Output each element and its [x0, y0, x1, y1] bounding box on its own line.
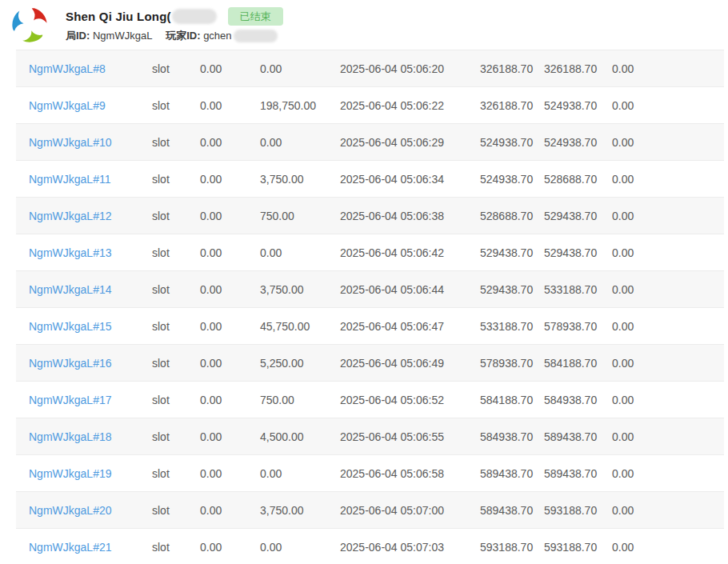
cell-game-type: slot: [152, 357, 200, 370]
cell-balance-after: 578938.70: [544, 320, 612, 333]
round-id-link[interactable]: NgmWJkgaL#21: [29, 541, 112, 554]
round-id-value: NgmWJkgaL: [93, 30, 152, 42]
cell-balance-after: 528688.70: [544, 173, 612, 186]
table-row: NgmWJkgaL#13slot0.000.002025-06-04 05:06…: [16, 234, 724, 271]
cell-time: 2025-06-04 05:06:42: [340, 246, 480, 259]
cell-win-amount: 3,750.00: [260, 283, 340, 296]
cell-bet-amount: 0.00: [200, 357, 260, 370]
cell-balance-before: 326188.70: [480, 62, 544, 75]
cell-round-id[interactable]: NgmWJkgaL#17: [16, 394, 152, 406]
cell-round-id[interactable]: NgmWJkgaL#15: [16, 320, 152, 333]
cell-round-id[interactable]: NgmWJkgaL#16: [16, 357, 152, 370]
table-row: NgmWJkgaL#9slot0.00198,750.002025-06-04 …: [16, 87, 724, 124]
cell-round-id[interactable]: NgmWJkgaL#10: [16, 136, 152, 149]
cell-time: 2025-06-04 05:07:03: [340, 541, 480, 554]
table-row: NgmWJkgaL#11slot0.003,750.002025-06-04 0…: [16, 161, 724, 198]
cell-balance-before: 584188.70: [480, 394, 544, 406]
cell-bet-amount: 0.00: [200, 246, 260, 259]
round-id-link[interactable]: NgmWJkgaL#8: [29, 62, 106, 75]
cell-extra-amount: 0.00: [612, 394, 724, 406]
cell-round-id[interactable]: NgmWJkgaL#18: [16, 430, 152, 443]
cell-round-id[interactable]: NgmWJkgaL#9: [16, 99, 152, 112]
cell-bet-amount: 0.00: [200, 320, 260, 333]
round-id-link[interactable]: NgmWJkgaL#11: [29, 173, 110, 186]
round-id-link[interactable]: NgmWJkgaL#13: [29, 246, 112, 259]
table-row: NgmWJkgaL#10slot0.000.002025-06-04 05:06…: [16, 124, 724, 161]
round-id-link[interactable]: NgmWJkgaL#17: [29, 394, 112, 406]
cell-time: 2025-06-04 05:06:49: [340, 357, 480, 370]
cell-balance-before: 533188.70: [480, 320, 544, 333]
table-row: NgmWJkgaL#19slot0.000.002025-06-04 05:06…: [16, 455, 724, 492]
round-id-link[interactable]: NgmWJkgaL#20: [29, 504, 112, 517]
cell-win-amount: 0.00: [260, 246, 340, 259]
round-id-link[interactable]: NgmWJkgaL#14: [29, 283, 112, 296]
cell-win-amount: 198,750.00: [260, 99, 340, 112]
player-id-label: 玩家ID:: [166, 30, 200, 42]
cell-round-id[interactable]: NgmWJkgaL#11: [16, 173, 152, 186]
cell-round-id[interactable]: NgmWJkgaL#21: [16, 541, 152, 554]
cell-balance-after: 529438.70: [544, 246, 612, 259]
cell-win-amount: 5,250.00: [260, 357, 340, 370]
cell-extra-amount: 0.00: [612, 136, 724, 149]
cell-bet-amount: 0.00: [200, 283, 260, 296]
cell-balance-after: 593188.70: [544, 541, 612, 554]
cell-round-id[interactable]: NgmWJkgaL#20: [16, 504, 152, 517]
cell-balance-before: 593188.70: [480, 541, 544, 554]
cell-round-id[interactable]: NgmWJkgaL#8: [16, 62, 152, 75]
cell-game-type: slot: [152, 467, 200, 480]
cell-round-id[interactable]: NgmWJkgaL#14: [16, 283, 152, 296]
cell-game-type: slot: [152, 99, 200, 112]
redacted-title-text: [172, 9, 217, 24]
cell-win-amount: 750.00: [260, 394, 340, 406]
cell-time: 2025-06-04 05:06:20: [340, 62, 480, 75]
cell-game-type: slot: [152, 136, 200, 149]
cell-round-id[interactable]: NgmWJkgaL#19: [16, 467, 152, 480]
cell-bet-amount: 0.00: [200, 504, 260, 517]
cell-round-id[interactable]: NgmWJkgaL#13: [16, 246, 152, 259]
round-id-link[interactable]: NgmWJkgaL#15: [29, 320, 112, 333]
cell-balance-after: 584938.70: [544, 394, 612, 406]
cell-win-amount: 0.00: [260, 467, 340, 480]
cell-game-type: slot: [152, 320, 200, 333]
cell-round-id[interactable]: NgmWJkgaL#12: [16, 210, 152, 222]
cell-extra-amount: 0.00: [612, 210, 724, 222]
cell-bet-amount: 0.00: [200, 136, 260, 149]
cell-extra-amount: 0.00: [612, 467, 724, 480]
cell-win-amount: 45,750.00: [260, 320, 340, 333]
table-row: NgmWJkgaL#14slot0.003,750.002025-06-04 0…: [16, 271, 724, 308]
round-id-label: 局ID:: [66, 30, 90, 42]
cell-balance-before: 529438.70: [480, 283, 544, 296]
cell-game-type: slot: [152, 504, 200, 517]
table-row: NgmWJkgaL#12slot0.00750.002025-06-04 05:…: [16, 198, 724, 234]
round-id-link[interactable]: NgmWJkgaL#19: [29, 467, 112, 480]
cell-balance-before: 524938.70: [480, 136, 544, 149]
cell-bet-amount: 0.00: [200, 541, 260, 554]
round-id-link[interactable]: NgmWJkgaL#18: [29, 430, 112, 443]
cell-balance-before: 528688.70: [480, 210, 544, 222]
table-row: NgmWJkgaL#16slot0.005,250.002025-06-04 0…: [16, 345, 724, 382]
redacted-player-id: [234, 30, 278, 42]
round-id-link[interactable]: NgmWJkgaL#9: [29, 99, 106, 112]
cell-win-amount: 0.00: [260, 62, 340, 75]
round-id-link[interactable]: NgmWJkgaL#12: [29, 210, 112, 222]
cell-game-type: slot: [152, 210, 200, 222]
id-line: 局ID: NgmWJkgaL 玩家ID: gchen: [66, 29, 283, 45]
round-id-link[interactable]: NgmWJkgaL#16: [29, 357, 112, 370]
game-title: Shen Qi Jiu Long(: [66, 10, 171, 23]
cell-game-type: slot: [152, 62, 200, 75]
cell-win-amount: 0.00: [260, 136, 340, 149]
cell-balance-before: 589438.70: [480, 467, 544, 480]
cell-win-amount: 3,750.00: [260, 504, 340, 517]
cell-balance-before: 578938.70: [480, 357, 544, 370]
cell-balance-after: 589438.70: [544, 430, 612, 443]
cell-balance-before: 524938.70: [480, 173, 544, 186]
game-record-header: Shen Qi Jiu Long( 已结束 局ID: NgmWJkgaL 玩家I…: [0, 0, 728, 50]
rounds-table: NgmWJkgaL#8slot0.000.002025-06-04 05:06:…: [16, 50, 724, 564]
cell-balance-after: 593188.70: [544, 504, 612, 517]
round-id-link[interactable]: NgmWJkgaL#10: [29, 136, 112, 149]
table-row: NgmWJkgaL#17slot0.00750.002025-06-04 05:…: [16, 382, 724, 418]
cell-balance-after: 326188.70: [544, 62, 612, 75]
cell-extra-amount: 0.00: [612, 173, 724, 186]
table-row: NgmWJkgaL#20slot0.003,750.002025-06-04 0…: [16, 492, 724, 529]
cell-extra-amount: 0.00: [612, 246, 724, 259]
